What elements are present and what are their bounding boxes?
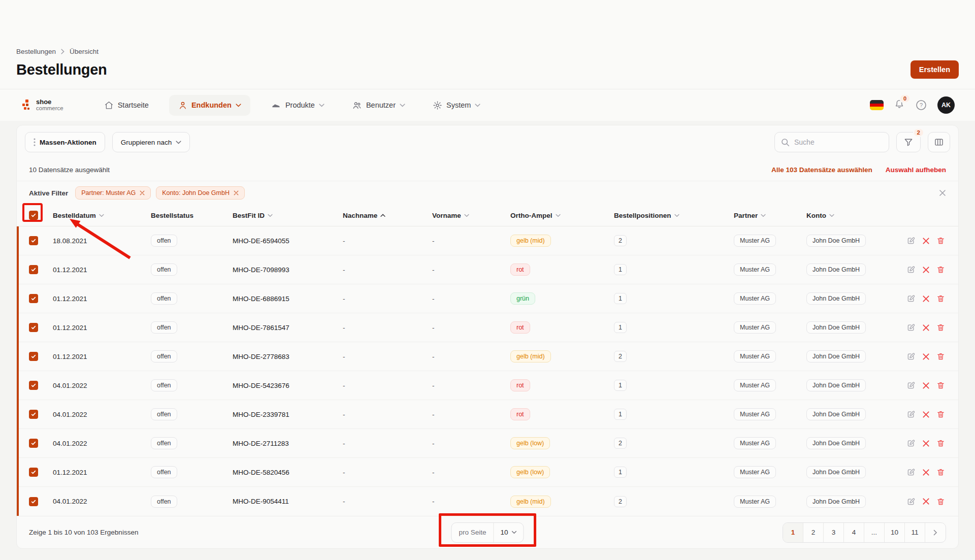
- nav-item-system[interactable]: System: [426, 95, 488, 116]
- pagination-page-1[interactable]: 1: [783, 523, 803, 542]
- row-checkbox[interactable]: [29, 236, 38, 245]
- select-all-checkbox[interactable]: [29, 211, 38, 220]
- column-header-vorname[interactable]: Vorname: [432, 212, 510, 219]
- edit-button[interactable]: [906, 468, 916, 477]
- edit-button[interactable]: [906, 410, 916, 419]
- main-content: Massen-Aktionen Gruppieren nach: [0, 121, 975, 549]
- edit-button[interactable]: [906, 265, 916, 274]
- partner-badge: Muster AG: [734, 408, 776, 420]
- delete-button[interactable]: [936, 236, 945, 245]
- delete-button[interactable]: [936, 439, 945, 448]
- row-checkbox[interactable]: [29, 439, 38, 448]
- edit-button[interactable]: [906, 236, 916, 245]
- close-icon[interactable]: [140, 190, 145, 195]
- per-page-label[interactable]: pro Seite: [451, 523, 494, 542]
- column-header-bestellpositionen[interactable]: Bestellpositionen: [614, 212, 734, 219]
- cancel-button[interactable]: [922, 265, 930, 274]
- positions-badge: 2: [614, 496, 627, 507]
- column-header-bestelldatum[interactable]: Bestelldatum: [53, 212, 151, 219]
- row-checkbox[interactable]: [29, 265, 38, 274]
- partner-badge: Muster AG: [734, 292, 776, 305]
- help-button[interactable]: ?: [915, 99, 927, 111]
- gear-icon: [433, 101, 442, 110]
- cancel-button[interactable]: [922, 497, 930, 506]
- row-checkbox[interactable]: [29, 294, 38, 303]
- column-header-ortho-ampel[interactable]: Ortho-Ampel: [510, 212, 614, 219]
- row-checkbox[interactable]: [29, 410, 38, 419]
- delete-button[interactable]: [936, 294, 945, 303]
- edit-button[interactable]: [906, 439, 916, 448]
- column-header-partner[interactable]: Partner: [734, 212, 806, 219]
- pagination-page-2[interactable]: 2: [803, 523, 824, 542]
- edit-button[interactable]: [906, 497, 916, 506]
- group-by-button[interactable]: Gruppieren nach: [112, 132, 190, 152]
- row-checkbox[interactable]: [29, 497, 38, 506]
- pagination-page-10[interactable]: 10: [885, 523, 905, 542]
- positions-badge: 2: [614, 351, 627, 362]
- cancel-button[interactable]: [922, 439, 930, 448]
- users-icon: [352, 101, 362, 110]
- delete-button[interactable]: [936, 265, 945, 274]
- pagination-page-11[interactable]: 11: [905, 523, 925, 542]
- per-page-select[interactable]: 10: [494, 523, 524, 542]
- nav-item-startseite[interactable]: Startseite: [97, 95, 156, 116]
- delete-button[interactable]: [936, 323, 945, 332]
- edit-button[interactable]: [906, 323, 916, 332]
- breadcrumb-item-uebersicht[interactable]: Übersicht: [70, 48, 99, 55]
- notifications-button[interactable]: 0: [894, 98, 905, 112]
- close-filters-icon[interactable]: [939, 189, 946, 196]
- pagination-page-4[interactable]: 4: [844, 523, 864, 542]
- breadcrumb-item-bestellungen[interactable]: Bestellungen: [16, 48, 56, 55]
- column-header-konto[interactable]: Konto: [806, 212, 904, 219]
- user-avatar[interactable]: AK: [937, 96, 955, 114]
- cancel-button[interactable]: [922, 468, 930, 477]
- pencil-icon: [906, 352, 916, 361]
- row-checkbox[interactable]: [29, 381, 38, 390]
- cell-vorname: -: [432, 266, 510, 274]
- brand-logo[interactable]: shoe commerce: [21, 98, 63, 112]
- table-row: 04.01.2022 offen MHO-DE-5423676 - - rot …: [17, 371, 958, 400]
- cancel-button[interactable]: [922, 381, 930, 390]
- edit-button[interactable]: [906, 352, 916, 361]
- close-icon[interactable]: [234, 190, 239, 195]
- language-flag-german[interactable]: [870, 100, 884, 110]
- create-button[interactable]: Erstellen: [911, 60, 959, 79]
- pagination-page-3[interactable]: 3: [824, 523, 844, 542]
- bulk-actions-button[interactable]: Massen-Aktionen: [25, 132, 105, 152]
- nav-item-label: Endkunden: [191, 101, 232, 109]
- nav-item-produkte[interactable]: Produkte: [264, 95, 332, 115]
- select-all-link[interactable]: Alle 103 Datensätze auswählen: [771, 166, 872, 174]
- delete-button[interactable]: [936, 352, 945, 361]
- filter-chip[interactable]: Konto: John Doe GmbH: [156, 186, 245, 200]
- delete-button[interactable]: [936, 381, 945, 390]
- column-header-bestellstatus[interactable]: Bestellstatus: [151, 212, 233, 219]
- filter-chips: Partner: Muster AGKonto: John Doe GmbH: [75, 186, 245, 200]
- filter-button[interactable]: 2: [896, 132, 921, 152]
- clear-selection-link[interactable]: Auswahl aufheben: [886, 166, 946, 174]
- cell-bestfit-id: MHO-DE-2711283: [233, 440, 343, 447]
- pagination-next-button[interactable]: [925, 523, 946, 542]
- search-input[interactable]: [794, 138, 883, 146]
- edit-button[interactable]: [906, 381, 916, 390]
- cancel-button[interactable]: [922, 236, 930, 245]
- delete-button[interactable]: [936, 410, 945, 419]
- cancel-button[interactable]: [922, 294, 930, 303]
- row-checkbox[interactable]: [29, 323, 38, 332]
- cell-bestfit-id: MHO-DE-6594055: [233, 237, 343, 245]
- columns-button[interactable]: [928, 132, 950, 152]
- delete-button[interactable]: [936, 497, 945, 506]
- delete-button[interactable]: [936, 468, 945, 477]
- row-checkbox[interactable]: [29, 468, 38, 477]
- row-checkbox[interactable]: [29, 352, 38, 361]
- nav-item-benutzer[interactable]: Benutzer: [345, 95, 412, 116]
- trash-icon: [936, 439, 945, 448]
- nav-item-endkunden[interactable]: Endkunden: [169, 95, 250, 116]
- cancel-button[interactable]: [922, 352, 930, 361]
- filter-chip[interactable]: Partner: Muster AG: [75, 186, 151, 200]
- cancel-button[interactable]: [922, 323, 930, 332]
- column-header-nachname[interactable]: Nachname: [343, 212, 432, 219]
- cancel-button[interactable]: [922, 410, 930, 419]
- home-icon: [104, 101, 114, 110]
- column-header-bestfit-id[interactable]: BestFit ID: [233, 212, 343, 219]
- edit-button[interactable]: [906, 294, 916, 303]
